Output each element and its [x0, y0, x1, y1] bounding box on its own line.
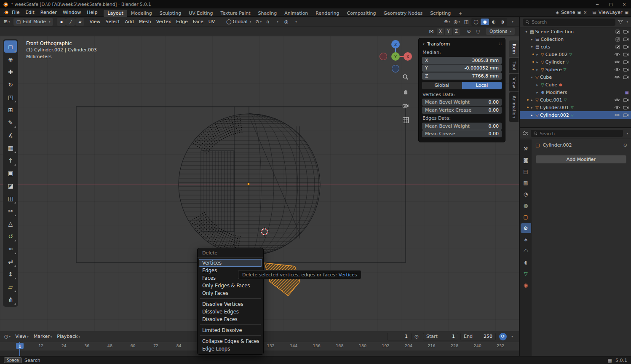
- correct-face-attributes-toggle[interactable]: ◌: [474, 28, 482, 35]
- timeline-menu-marker[interactable]: Marker▾: [31, 334, 55, 339]
- mirror-x-toggle[interactable]: X: [437, 28, 444, 35]
- render-visibility-toggle[interactable]: [623, 45, 629, 49]
- panel-grip-icon[interactable]: ∷: [499, 41, 502, 47]
- workspace-shading[interactable]: Shading: [254, 10, 281, 17]
- workspace-geometry-nodes[interactable]: Geometry Nodes: [380, 10, 426, 17]
- hide-eye-toggle[interactable]: [614, 75, 620, 79]
- median-field[interactable]: Y-0.000052 mm: [422, 64, 502, 72]
- expand-chevron-icon[interactable]: ▸: [529, 98, 534, 102]
- minimize-button[interactable]: −: [591, 0, 604, 8]
- filter-funnel-icon[interactable]: [618, 20, 623, 24]
- editor-type-button[interactable]: ⊞▾: [3, 18, 11, 26]
- shading-dropdown[interactable]: ▾: [508, 18, 516, 26]
- render-visibility-toggle[interactable]: [623, 113, 629, 117]
- sidebar-tab-tool[interactable]: Tool: [509, 58, 519, 73]
- ortho-grid-button[interactable]: [400, 115, 411, 126]
- vertex-data-field[interactable]: Mean Vertex Crease0.00: [422, 107, 502, 114]
- timeline-menu-view[interactable]: View▾: [13, 334, 31, 339]
- expand-chevron-icon[interactable]: ▸: [535, 83, 540, 87]
- outliner-scene-collection[interactable]: ▾ ▤ Scene Collection ▦: [520, 28, 631, 35]
- context-menu-item[interactable]: Dissolve Vertices: [199, 300, 262, 308]
- hide-eye-toggle[interactable]: [614, 113, 620, 117]
- outliner-options-chevron-icon[interactable]: ▾: [626, 20, 628, 24]
- tool-transform[interactable]: ⊞: [4, 104, 17, 116]
- global-space-button[interactable]: Global: [422, 82, 462, 89]
- workspace-uv-editing[interactable]: UV Editing: [185, 10, 217, 17]
- context-menu-item[interactable]: Only Faces: [199, 289, 262, 297]
- camera-view-button[interactable]: [400, 100, 411, 111]
- exclude-checkbox[interactable]: [615, 29, 620, 34]
- tool-loop-cut[interactable]: ◫: [4, 192, 17, 204]
- snap-dropdown[interactable]: ▾: [273, 18, 281, 26]
- playhead-frame-badge[interactable]: 1: [16, 343, 24, 349]
- context-menu-item[interactable]: Only Edges & Faces: [199, 282, 262, 289]
- properties-tab-object[interactable]: ▢: [521, 212, 531, 222]
- show-overlays-toggle[interactable]: ◎▾: [452, 18, 461, 26]
- median-field[interactable]: Z7766.8 mm: [422, 72, 502, 80]
- mirror-y-toggle[interactable]: Y: [445, 28, 452, 35]
- render-visibility-toggle[interactable]: [623, 67, 629, 72]
- shading-rendered[interactable]: ◑: [498, 19, 507, 25]
- render-visibility-toggle[interactable]: [623, 60, 629, 64]
- tool-inset-faces[interactable]: ▣: [4, 167, 17, 179]
- playback-sync-icon[interactable]: ⟳: [499, 333, 507, 340]
- hide-eye-toggle[interactable]: [614, 60, 620, 64]
- breadcrumb-object-name[interactable]: Cylinder.002: [543, 142, 572, 148]
- tool-poly-build[interactable]: △: [4, 217, 17, 230]
- menu-window[interactable]: Window: [60, 8, 84, 17]
- properties-search-input[interactable]: [540, 131, 620, 136]
- render-visibility-toggle[interactable]: [623, 37, 629, 41]
- snap-individual-toggle[interactable]: ⊙: [465, 28, 473, 35]
- properties-tab-object-data[interactable]: ▽: [521, 269, 531, 278]
- edge-select-mode[interactable]: ╱: [66, 18, 75, 26]
- timeline-editor-type-button[interactable]: ◷▾: [3, 333, 12, 340]
- context-menu-item[interactable]: Dissolve Faces: [199, 316, 262, 323]
- tool-cursor[interactable]: ⊕: [4, 53, 17, 65]
- properties-tab-view-layer[interactable]: ▧: [521, 178, 531, 187]
- outliner-cube-001[interactable]: ▸ ▽ Cube.001 ▽ ▦: [520, 96, 631, 104]
- properties-options-chevron-icon[interactable]: ▾: [626, 132, 628, 135]
- render-visibility-toggle[interactable]: [623, 105, 629, 110]
- scene-selector-icon[interactable]: ◈: [556, 10, 559, 15]
- outliner-modifiers[interactable]: ▸ ⚙ Modifiers ▦: [520, 88, 631, 96]
- proportional-editing-toggle[interactable]: ◎: [282, 18, 291, 26]
- tool-bevel[interactable]: ◪: [4, 179, 17, 192]
- sidebar-tab-animation[interactable]: Animation: [509, 92, 519, 122]
- sidebar-tab-view[interactable]: View: [509, 74, 519, 91]
- timeline-overlay-dropdown[interactable]: ▾: [508, 333, 516, 340]
- render-visibility-toggle[interactable]: [623, 98, 629, 102]
- exclude-checkbox[interactable]: [615, 45, 620, 49]
- properties-tab-world[interactable]: ◍: [521, 201, 531, 210]
- preview-range-clock-button[interactable]: ◷: [412, 333, 421, 340]
- shading-material-preview[interactable]: ◐: [489, 19, 498, 25]
- gizmo-axis-neg-z[interactable]: [392, 65, 399, 72]
- proportional-editing-dropdown[interactable]: ▾: [291, 18, 300, 26]
- workspace-compositing[interactable]: Compositing: [343, 10, 380, 17]
- context-menu-item[interactable]: Dissolve Edges: [199, 308, 262, 316]
- shading-solid[interactable]: ●: [481, 19, 489, 25]
- context-menu-item[interactable]: Limited Dissolve: [199, 327, 262, 334]
- exclude-checkbox[interactable]: [615, 37, 620, 42]
- outliner-sphere[interactable]: ▸ ▽ Sphere ▽ ▦: [520, 66, 631, 73]
- options-dropdown[interactable]: Options▾: [486, 28, 515, 35]
- properties-tab-output[interactable]: ▤: [521, 166, 531, 176]
- outliner-cuts[interactable]: ▾ ▤ cuts ▦: [520, 43, 631, 51]
- viewport-menu-view[interactable]: View: [87, 19, 103, 24]
- face-select-mode[interactable]: ▰: [75, 18, 84, 26]
- blender-logo-menu[interactable]: [3, 10, 9, 15]
- render-visibility-toggle[interactable]: [623, 75, 629, 79]
- shading-wireframe[interactable]: ◯: [472, 19, 480, 25]
- navigation-gizmo[interactable]: Z X Y: [376, 37, 415, 76]
- tool-extrude-region[interactable]: ↑: [4, 154, 17, 166]
- tool-knife[interactable]: ✂: [4, 205, 17, 217]
- add-modifier-button[interactable]: Add Modifier: [536, 155, 626, 163]
- pin-icon[interactable]: ⊙: [623, 142, 627, 148]
- expand-chevron-icon[interactable]: ▸: [535, 53, 540, 56]
- expand-chevron-icon[interactable]: ▸: [529, 106, 534, 110]
- expand-chevron-icon[interactable]: ▸: [535, 68, 540, 72]
- viewport-menu-vertex[interactable]: Vertex: [154, 19, 174, 24]
- outliner-cube-data[interactable]: ▸ ▽ Cube ● ▦: [520, 81, 631, 88]
- hide-eye-toggle[interactable]: [614, 105, 620, 110]
- viewport-menu-mesh[interactable]: Mesh: [136, 19, 154, 24]
- tool-smooth[interactable]: ≈: [4, 243, 17, 255]
